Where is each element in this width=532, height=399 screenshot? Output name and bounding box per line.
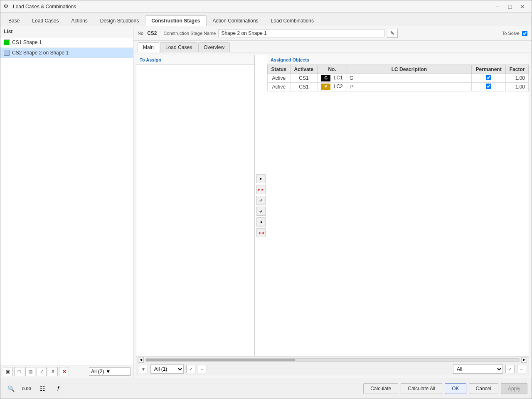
list-item-label-cs1: CS1 Shape 1 xyxy=(12,39,42,45)
paste-item-button[interactable]: ▤ xyxy=(25,367,35,376)
move-right-single-button[interactable]: ► xyxy=(256,174,266,183)
list-item-color-cs2 xyxy=(4,50,10,56)
grid-remove-button[interactable]: ⇄ xyxy=(256,207,266,216)
col-description: LC Description xyxy=(347,65,471,74)
main-content: List CS1 Shape 1 CS2 Shape 2 on Shape 1 … xyxy=(0,26,532,378)
move-right-double-button[interactable]: ►► xyxy=(256,185,266,194)
right-panel: No. CS2 Construction Stage Name ✎ To Sol… xyxy=(133,26,532,378)
tab-action-combinations[interactable]: Action Combinations xyxy=(207,15,265,26)
row2-factor: 1.00 xyxy=(506,83,529,91)
inner-tab-main[interactable]: Main xyxy=(138,42,159,52)
check-filter-button[interactable]: ✓ xyxy=(186,365,195,373)
list-item-selected[interactable]: CS2 Shape 2 on Shape 1 xyxy=(0,48,133,58)
row2-permanent xyxy=(471,83,505,91)
cancel-button[interactable]: Cancel xyxy=(469,383,498,394)
ok-button[interactable]: OK xyxy=(445,383,466,394)
left-filter-icon-button[interactable]: ▼ xyxy=(139,365,148,373)
cs-name-input[interactable] xyxy=(218,29,384,37)
to-solve-section: To Solve xyxy=(502,31,527,36)
bottom-left-tools: 🔍 0.00 ☷ f xyxy=(5,383,64,394)
list-filter-dropdown[interactable]: All (2) ▼ xyxy=(89,367,131,376)
apply-button[interactable]: Apply xyxy=(501,383,527,394)
list-item[interactable]: CS1 Shape 1 xyxy=(0,37,133,48)
row1-color-badge: G xyxy=(321,75,330,81)
row1-factor: 1.00 xyxy=(506,74,529,83)
panel-body: To Assign ► ►► ⇄ ⇄ ◄ ◄◄ Assigned Ob xyxy=(136,55,529,375)
row2-permanent-checkbox[interactable] xyxy=(486,84,491,89)
row2-status: Active xyxy=(268,83,291,91)
to-solve-checkbox[interactable] xyxy=(522,31,527,36)
tab-load-combinations[interactable]: Load Combinations xyxy=(265,15,320,26)
row1-no: LC1 xyxy=(334,75,343,81)
row1-permanent-checkbox[interactable] xyxy=(486,75,491,80)
inner-tab-load-cases[interactable]: Load Cases xyxy=(160,42,197,52)
assigned-table: Status Activate No. LC Description Perma… xyxy=(267,65,529,91)
inner-tabs: Main Load Cases Overview xyxy=(133,41,532,52)
scroll-track[interactable] xyxy=(145,358,520,362)
bottom-right-buttons: Calculate Calculate All OK Cancel Apply xyxy=(363,383,527,394)
to-solve-label: To Solve xyxy=(502,31,520,36)
tab-design-situations[interactable]: Design Situations xyxy=(94,15,145,26)
delete-button[interactable]: ✕ xyxy=(59,367,69,376)
calculate-button[interactable]: Calculate xyxy=(363,383,398,394)
row1-permanent xyxy=(471,74,505,83)
tab-load-cases[interactable]: Load Cases xyxy=(26,15,65,26)
row1-description: G xyxy=(347,74,471,83)
col-status: Status xyxy=(268,65,291,74)
tab-actions[interactable]: Actions xyxy=(65,15,94,26)
list-header: List xyxy=(0,26,133,37)
assigned-panel: Assigned Objects Status Activate No. LC … xyxy=(267,55,529,356)
arrow-buttons: ► ►► ⇄ ⇄ ◄ ◄◄ xyxy=(255,55,267,356)
col-activate: Activate xyxy=(290,65,318,74)
tab-bar: Base Load Cases Actions Design Situation… xyxy=(0,13,532,26)
move-left-single-button[interactable]: ◄ xyxy=(256,217,266,227)
formula-tool-button[interactable]: f xyxy=(52,383,64,394)
scroll-left-button[interactable]: ◀ xyxy=(138,357,144,363)
maximize-button[interactable]: □ xyxy=(504,2,516,11)
uncheck-filter-button[interactable]: − xyxy=(198,365,207,373)
close-button[interactable]: ✕ xyxy=(517,2,528,11)
row2-activate: CS1 xyxy=(290,83,318,91)
list-filter-label: All (2) xyxy=(91,369,104,374)
uncheck-all-button[interactable]: ✗ xyxy=(48,367,58,376)
calculate-all-button[interactable]: Calculate All xyxy=(401,383,442,394)
grid-assign-button[interactable]: ⇄ xyxy=(256,196,266,205)
row2-color-cell: P LC2 xyxy=(318,83,347,91)
table-row[interactable]: Active CS1 G LC1 G 1.00 xyxy=(268,74,529,83)
tab-construction-stages[interactable]: Construction Stages xyxy=(145,15,206,26)
inner-tab-overview[interactable]: Overview xyxy=(198,42,230,52)
col-factor: Factor xyxy=(506,65,529,74)
table-tool-button[interactable]: ☷ xyxy=(36,383,49,394)
list-item-color-cs1 xyxy=(4,39,10,45)
new-item-button[interactable]: ▣ xyxy=(3,367,13,376)
cs-header: No. CS2 Construction Stage Name ✎ To Sol… xyxy=(133,26,532,41)
horizontal-scrollbar: ◀ ▶ xyxy=(136,356,529,363)
move-left-double-button[interactable]: ◄◄ xyxy=(256,228,266,237)
app-icon: ⚙ xyxy=(4,3,10,10)
scroll-thumb xyxy=(146,359,295,361)
cs-no-field: No. CS2 xyxy=(138,30,157,36)
right-check-button[interactable]: ✓ xyxy=(505,365,515,373)
cs-edit-button[interactable]: ✎ xyxy=(387,29,398,38)
table-row[interactable]: Active CS1 P LC2 P 1.00 xyxy=(268,83,529,91)
to-assign-header: To Assign xyxy=(136,55,254,65)
tab-base[interactable]: Base xyxy=(2,15,26,26)
copy-item-button[interactable]: □ xyxy=(14,367,24,376)
cs-no-label: No. xyxy=(138,31,145,36)
to-assign-panel: To Assign xyxy=(136,55,255,356)
right-uncheck-button[interactable]: − xyxy=(517,365,526,373)
row2-description: P xyxy=(347,83,471,91)
cs-name-label: Construction Stage Name xyxy=(163,31,216,36)
bottom-toolbar: 🔍 0.00 ☷ f Calculate Calculate All OK Ca… xyxy=(0,378,532,399)
search-tool-button[interactable]: 🔍 xyxy=(5,383,17,394)
minimize-button[interactable]: − xyxy=(492,2,503,11)
left-filter-select[interactable]: All (1) xyxy=(150,365,184,374)
check-all-button[interactable]: ✓ xyxy=(37,367,47,376)
list-item-label-cs2: CS2 Shape 2 on Shape 1 xyxy=(12,50,69,56)
window-title: Load Cases & Combinations xyxy=(13,4,76,10)
scroll-right-button[interactable]: ▶ xyxy=(521,357,527,363)
col-no: No. xyxy=(318,65,347,74)
value-tool-button[interactable]: 0.00 xyxy=(20,383,33,394)
title-bar-controls: − □ ✕ xyxy=(492,2,528,11)
right-filter-select[interactable]: All xyxy=(453,365,503,374)
